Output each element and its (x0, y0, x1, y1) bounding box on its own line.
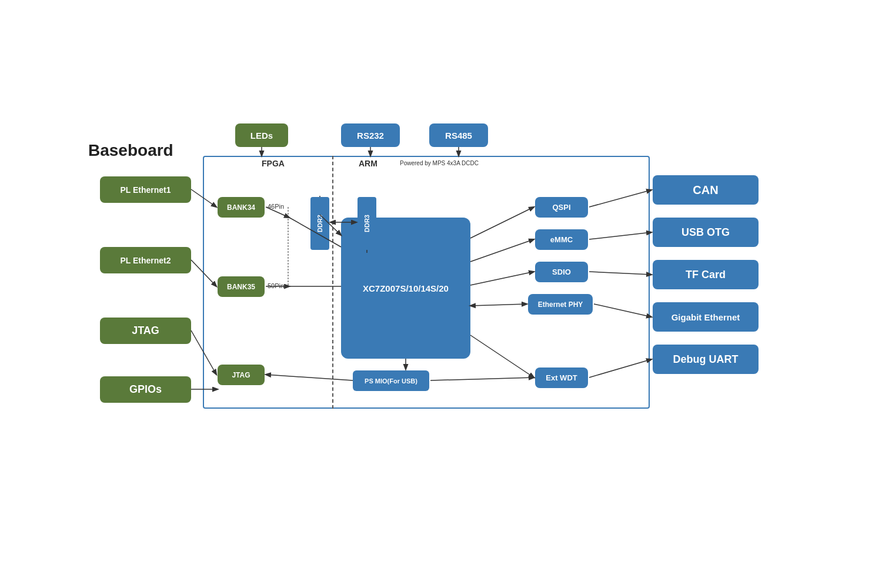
rs485-box: RS485 (429, 123, 488, 147)
sdio-box: SDIO (535, 262, 588, 282)
bank35-box: BANK35 (218, 276, 265, 297)
jtag-left-box: JTAG (100, 318, 191, 344)
debug-uart-box: Debug UART (653, 345, 759, 374)
pl-ethernet1-box: PL Ethernet1 (100, 176, 191, 203)
ext-wdt-box: Ext WDT (535, 368, 588, 388)
fpga-label: FPGA (262, 159, 285, 168)
pl-ethernet2-box: PL Ethernet2 (100, 247, 191, 273)
rs232-box: RS232 (341, 123, 400, 147)
emmc-box: eMMC (535, 229, 588, 250)
fpga-arm-divider (332, 156, 333, 409)
ps-mio-box: PS MIO(For USB) (353, 370, 429, 391)
ddr3-fpga-box: DDR3 (310, 197, 329, 250)
ddr3-arm-box: DDR3 (358, 197, 376, 250)
gigabit-eth-box: Gigabit Ethernet (653, 302, 759, 332)
leds-box: LEDs (235, 123, 288, 147)
pin50-label: 50Pin (268, 282, 284, 289)
jtag-internal-box: JTAG (218, 365, 265, 385)
baseboard-label: Baseboard (88, 141, 173, 160)
arm-label: ARM (359, 159, 377, 168)
eth-phy-box: Ethernet PHY (528, 294, 593, 315)
diagram-container: Baseboard LEDs RS232 RS485 FPGA ARM Powe… (88, 88, 794, 500)
powered-label: Powered by MPS 4x3A DCDC (400, 160, 479, 166)
usb-otg-box: USB OTG (653, 218, 759, 247)
bank34-box: BANK34 (218, 197, 265, 218)
qspi-box: QSPI (535, 197, 588, 218)
tf-card-box: TF Card (653, 260, 759, 289)
can-box: CAN (653, 175, 759, 205)
pin46-label: 46Pin (268, 203, 284, 210)
gpios-box: GPIOs (100, 376, 191, 403)
